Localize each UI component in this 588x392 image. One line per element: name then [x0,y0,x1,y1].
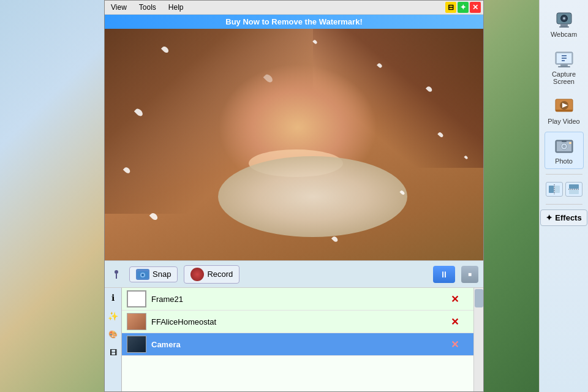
svg-point-0 [115,270,118,274]
pause-button[interactable]: ⏸ [433,266,455,283]
pin-button[interactable] [110,268,123,281]
mirror-buttons [546,182,582,197]
svg-rect-9 [560,24,568,26]
controls-bar: Snap Record ⏸ ■ [105,260,483,287]
mirror-horizontal-button[interactable] [546,182,563,197]
svg-rect-13 [560,64,568,66]
svg-rect-27 [569,142,571,144]
effects-label: Effects [555,213,581,222]
photo-label: Photo [555,157,573,165]
menu-bar: View Tools Help ⊟ ✦ ✕ [105,1,483,15]
photo-icon [553,136,575,156]
item-name: Frame21 [151,295,446,304]
snap-icon [136,269,149,280]
info-button[interactable]: ℹ [106,290,121,305]
stop-icon: ■ [468,271,472,277]
webcam-label: Webcam [551,31,577,38]
svg-point-8 [563,17,565,20]
window-controls: ⊟ ✦ ✕ [445,2,481,13]
svg-rect-31 [569,184,579,189]
svg-rect-21 [556,110,573,111]
list-item[interactable]: Frame21 ✕ [122,288,473,311]
close-button[interactable]: ✕ [470,2,481,13]
capture-label: Capture Screen [548,70,581,85]
delete-button[interactable]: ✕ [451,293,459,305]
svg-rect-32 [569,190,579,194]
app-window: View Tools Help ⊟ ✦ ✕ Buy Now to Remove … [104,0,484,392]
capture-screen-icon [553,49,575,69]
svg-rect-28 [549,186,554,193]
item-name: Camera [151,340,446,349]
menu-help[interactable]: Help [165,2,187,13]
video-section: Snap Record ⏸ ■ ℹ ✨ [105,29,483,391]
mirror-vertical-button[interactable] [565,182,582,197]
list-items-container: Frame21 ✕ FFAliceHomeostat ✕ Camera ✕ [122,288,473,356]
stop-button[interactable]: ■ [461,266,478,283]
film-button[interactable]: 🎞 [106,345,121,360]
item-name: FFAliceHomeostat [151,317,446,326]
svg-rect-14 [558,66,570,67]
effects-icon: ✦ [546,213,552,222]
snap-button[interactable]: Snap [129,266,178,282]
watermark-bar[interactable]: Buy Now to Remove the Watermark! [105,15,483,29]
webcam-icon [553,9,575,29]
maximize-button[interactable]: ✦ [458,2,469,13]
svg-rect-26 [562,140,567,142]
item-thumbnail [127,313,146,330]
svg-rect-29 [555,186,560,193]
right-toolbar: Webcam Capture Screen Play Vide [539,0,588,392]
color-button[interactable]: 🎨 [106,327,121,342]
list-scrollbar[interactable] [473,288,483,391]
pause-icon: ⏸ [440,270,448,279]
svg-rect-1 [116,274,117,279]
snap-label: Snap [153,270,171,279]
play-video-icon [553,96,575,116]
play-video-button[interactable]: Play Video [545,92,584,129]
video-feed [105,29,483,260]
svg-point-4 [141,274,144,276]
video-container [105,29,483,260]
item-thumbnail [127,290,146,307]
svg-rect-10 [559,26,569,28]
source-list: ℹ ✨ 🎨 🎞 Frame21 ✕ [105,287,483,391]
effects-button[interactable]: ✦ Effects [540,209,587,226]
record-label: Record [207,270,233,279]
toolbar-divider-1 [546,174,582,175]
svg-point-25 [562,145,566,148]
play-video-label: Play Video [548,118,579,125]
menu-tools[interactable]: Tools [135,2,160,13]
minimize-button[interactable]: ⊟ [445,2,456,13]
toolbar-divider-2 [546,204,582,205]
delete-button[interactable]: ✕ [451,339,459,350]
item-thumbnail [127,336,146,353]
capture-screen-button[interactable]: Capture Screen [545,45,584,89]
menu-view[interactable]: View [107,2,130,13]
delete-button[interactable]: ✕ [451,316,459,328]
webcam-button[interactable]: Webcam [545,5,584,42]
magic-button[interactable]: ✨ [106,309,121,323]
list-item[interactable]: FFAliceHomeostat ✕ [122,311,473,333]
record-button[interactable]: Record [184,265,239,284]
list-item[interactable]: Camera ✕ [122,333,473,356]
main-area: Snap Record ⏸ ■ ℹ ✨ [105,29,483,391]
record-icon [190,268,204,281]
photo-button[interactable]: Photo [545,132,584,169]
